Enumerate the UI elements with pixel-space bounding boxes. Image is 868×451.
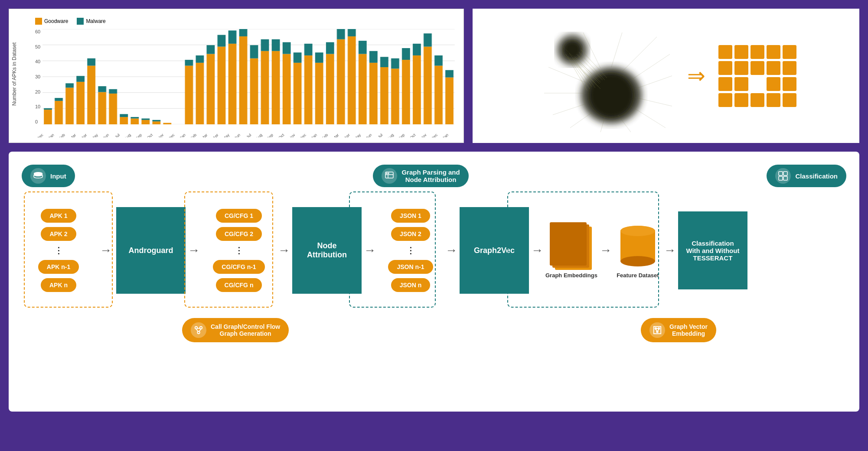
apk-n1: APK n-1 (38, 260, 79, 274)
graph-vector-label: Graph Vector Embedding (669, 323, 708, 337)
y-tick-30: 30 (35, 74, 40, 79)
apk-dots: ⋮ (54, 245, 63, 256)
feature-grid (718, 45, 796, 107)
y-tick-50: 50 (35, 44, 40, 49)
grid-cell (767, 61, 780, 75)
json-1: JSON 1 (391, 209, 430, 223)
grid-cell (718, 93, 732, 107)
goodware-label: Goodware (44, 18, 68, 24)
y-axis-label: Number of APKs in Dataset (11, 42, 17, 106)
json-dots: ⋮ (406, 245, 415, 256)
call-graph-icon (191, 322, 206, 338)
grid-cell (783, 93, 796, 107)
cfg-dots: ⋮ (235, 245, 243, 256)
call-graph-badge: Call Graph/Control Flow Graph Generation (182, 318, 289, 342)
input-label: Input (50, 172, 66, 180)
grid-cell (751, 45, 764, 59)
svg-line-70 (553, 104, 585, 115)
svg-line-63 (631, 54, 670, 80)
grid-cell (767, 93, 780, 107)
top-section: Goodware Malware 60 50 40 30 20 10 0 (9, 9, 859, 143)
svg-point-87 (620, 256, 655, 266)
y-tick-60: 60 (35, 29, 40, 34)
svg-text:2017-Jul: 2017-Jul (238, 133, 252, 137)
apk-1: APK 1 (41, 209, 76, 223)
arrow-7: → (597, 243, 614, 257)
feature-dataset-container: Feature Dataset (614, 222, 662, 279)
svg-line-61 (611, 32, 622, 67)
grid-cell (718, 45, 732, 59)
call-graph-label: Call Graph/Control Flow Graph Generation (211, 323, 280, 337)
arrow-4: → (362, 243, 378, 257)
grid-cell (767, 77, 780, 91)
grid-cell (783, 45, 796, 59)
svg-line-99 (656, 329, 657, 331)
node-attribution-box: Node Attribution (292, 207, 362, 294)
svg-line-72 (548, 67, 585, 82)
svg-rect-84 (783, 176, 787, 180)
cfg-2: CG/CFG 2 (216, 227, 262, 241)
graph-embeddings-container: Graph Embeddings (545, 222, 597, 279)
grid-cell (734, 45, 748, 59)
grid-cell-empty (751, 77, 764, 91)
graph2vec-box: Graph2Vec (460, 207, 529, 294)
classification-box: Classification With and Without TESSERAC… (678, 211, 747, 289)
chart-container: Goodware Malware 60 50 40 30 20 10 0 (9, 9, 464, 143)
svg-rect-83 (779, 176, 783, 180)
malware-label: Malware (86, 18, 105, 24)
cfg-list: CG/CFG 1 CG/CFG 2 ⋮ CG/CFG n-1 CG/CFG n (202, 200, 276, 301)
graph-vector-badge: Graph Vector Embedding (641, 318, 716, 342)
arrow-2: → (186, 243, 202, 257)
classification-icon (775, 168, 791, 184)
svg-point-89 (195, 327, 198, 329)
svg-point-80 (388, 173, 389, 174)
svg-text:2018-Jul: 2018-Jul (370, 133, 383, 137)
graph-vector-badge-wrapper: Graph Vector Embedding (641, 318, 716, 342)
apk-n: APK n (41, 278, 76, 292)
grid-cell (751, 61, 764, 75)
json-n1: JSON n-1 (388, 260, 433, 274)
json-n: JSON n (391, 278, 431, 292)
svg-point-96 (658, 328, 660, 330)
input-icon (30, 168, 46, 184)
grid-cell (767, 45, 780, 59)
svg-rect-82 (783, 172, 787, 175)
goodware-color (35, 18, 42, 25)
cfg-1: CG/CFG 1 (216, 209, 262, 223)
svg-line-93 (196, 329, 199, 331)
svg-text:2016-Jul: 2016-Jul (107, 133, 121, 137)
svg-line-66 (631, 106, 666, 128)
grid-cell (783, 77, 796, 91)
svg-line-94 (199, 329, 201, 331)
androguard-box: Androguard (116, 207, 186, 294)
legend-goodware: Goodware (35, 18, 68, 25)
svg-point-90 (200, 327, 202, 329)
y-tick-10: 10 (35, 104, 40, 109)
svg-text:2015-Dec: 2015-Dec (37, 133, 44, 137)
grid-cell (734, 93, 748, 107)
grid-cell (734, 77, 748, 91)
bottom-badges-row: Call Graph/Control Flow Graph Generation… (22, 314, 846, 342)
malware-color (77, 18, 84, 25)
bar-canvas (42, 29, 455, 124)
pipeline-section: Input Graph Parsing and Node Attribution… (9, 152, 859, 412)
paper-1 (550, 222, 587, 266)
graph-viz-container: ⇒ (473, 9, 859, 143)
grid-cell (751, 93, 764, 107)
main-container: Goodware Malware 60 50 40 30 20 10 0 (9, 9, 859, 442)
graph-embeddings-label: Graph Embeddings (545, 272, 597, 279)
network-svg (535, 19, 674, 132)
apk-2: APK 2 (41, 227, 76, 241)
grid-cell (734, 61, 748, 75)
stacked-papers (550, 222, 593, 270)
arrow-5: → (443, 243, 460, 257)
call-graph-badge-wrapper: Call Graph/Control Flow Graph Generation (182, 318, 289, 342)
svg-line-69 (570, 113, 592, 128)
json-2: JSON 2 (391, 227, 430, 241)
arrow-8: → (662, 243, 678, 257)
y-tick-20: 20 (35, 89, 40, 94)
grid-cell (783, 61, 796, 75)
arrow-3: → (276, 243, 292, 257)
classification-stage-label: Classification (795, 172, 838, 180)
parsing-icon (382, 168, 397, 184)
